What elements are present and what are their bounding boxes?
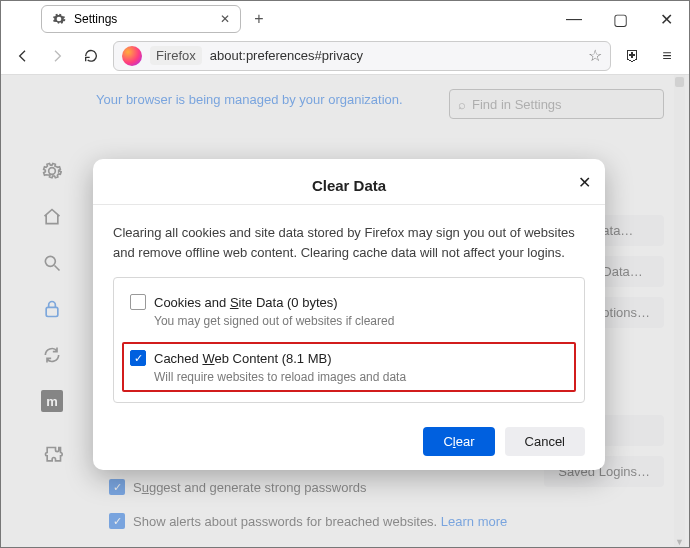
url-bar[interactable]: Firefox about:preferences#privacy ☆ bbox=[113, 41, 611, 71]
new-tab-button[interactable]: + bbox=[247, 7, 271, 31]
cached-label: Cached Web Content (8.1 MB) bbox=[154, 351, 332, 366]
dialog-title: Clear Data bbox=[312, 177, 386, 194]
dialog-close-button[interactable]: ✕ bbox=[578, 173, 591, 192]
window-titlebar: Settings ✕ + — ▢ ✕ bbox=[1, 1, 689, 37]
dialog-description: Clearing all cookies and site data store… bbox=[113, 223, 585, 263]
cookies-label: Cookies and Site Data (0 bytes) bbox=[154, 295, 338, 310]
back-button[interactable] bbox=[11, 44, 35, 68]
bookmark-star-icon[interactable]: ☆ bbox=[588, 46, 602, 65]
gear-icon bbox=[52, 12, 66, 26]
firefox-icon bbox=[122, 46, 142, 66]
forward-button[interactable] bbox=[45, 44, 69, 68]
checkbox-unchecked-icon[interactable] bbox=[130, 294, 146, 310]
dialog-header: Clear Data ✕ bbox=[93, 159, 605, 205]
url-text: about:preferences#privacy bbox=[210, 48, 363, 63]
reload-button[interactable] bbox=[79, 44, 103, 68]
minimize-button[interactable]: — bbox=[551, 1, 597, 37]
identity-label: Firefox bbox=[150, 46, 202, 65]
dialog-body: Clearing all cookies and site data store… bbox=[93, 205, 605, 417]
hamburger-menu-icon[interactable]: ≡ bbox=[655, 44, 679, 68]
cancel-button[interactable]: Cancel bbox=[505, 427, 585, 456]
maximize-button[interactable]: ▢ bbox=[597, 1, 643, 37]
checkbox-checked-icon[interactable]: ✓ bbox=[130, 350, 146, 366]
cookies-sublabel: You may get signed out of websites if cl… bbox=[154, 314, 568, 328]
nav-toolbar: Firefox about:preferences#privacy ☆ ⛨ ≡ bbox=[1, 37, 689, 75]
cached-content-option[interactable]: ✓ Cached Web Content (8.1 MB) Will requi… bbox=[122, 342, 576, 392]
window-controls: — ▢ ✕ bbox=[551, 1, 689, 37]
dialog-footer: Clear Cancel bbox=[93, 417, 605, 456]
clear-button[interactable]: Clear bbox=[423, 427, 494, 456]
clear-data-dialog: Clear Data ✕ Clearing all cookies and si… bbox=[93, 159, 605, 470]
close-window-button[interactable]: ✕ bbox=[643, 1, 689, 37]
tab-label: Settings bbox=[74, 12, 117, 26]
tab-close-icon[interactable]: ✕ bbox=[220, 12, 230, 26]
clear-options: Cookies and Site Data (0 bytes) You may … bbox=[113, 277, 585, 403]
tab-strip: Settings ✕ + bbox=[41, 5, 271, 33]
content-area: Your browser is being managed by your or… bbox=[1, 75, 689, 547]
cached-sublabel: Will require websites to reload images a… bbox=[154, 370, 568, 384]
cookies-option[interactable]: Cookies and Site Data (0 bytes) You may … bbox=[126, 288, 572, 334]
tab-settings[interactable]: Settings ✕ bbox=[41, 5, 241, 33]
pocket-icon[interactable]: ⛨ bbox=[621, 44, 645, 68]
